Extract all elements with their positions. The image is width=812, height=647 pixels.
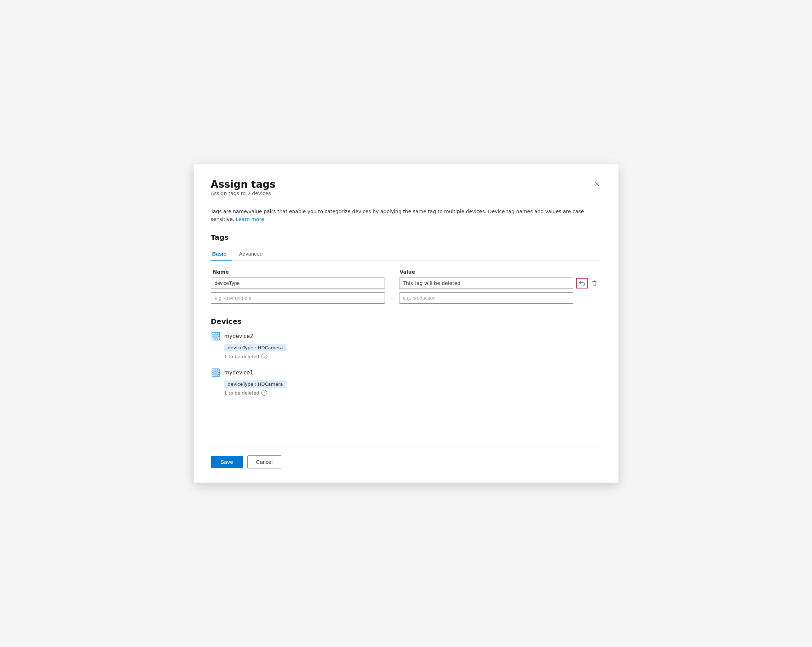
svg-rect-16	[213, 370, 218, 375]
colon-sep-2: :	[385, 295, 399, 301]
svg-rect-2	[213, 334, 218, 339]
device1-tag-badge: deviceType : HDCamera	[224, 344, 287, 352]
dialog-title: Assign tags	[211, 178, 276, 190]
row-1-actions	[573, 278, 601, 289]
device2-tag-badge: deviceType : HDCamera	[224, 381, 287, 388]
save-button[interactable]: Save	[211, 456, 243, 468]
device2-info-icon: i	[261, 390, 267, 396]
undo-icon	[579, 280, 585, 286]
devices-section-title: Devices	[211, 317, 601, 326]
delete-icon	[592, 280, 597, 286]
delete-button-1[interactable]	[589, 279, 599, 288]
device1-name-row: mydevice2	[211, 331, 601, 341]
name-column-header: Name	[212, 269, 385, 275]
tags-tabs: Basic Advanced	[211, 247, 601, 260]
dialog-subtitle: Assign tags to 2 devices	[211, 190, 276, 196]
colon-sep-1: :	[385, 280, 399, 286]
device2-name: mydevice1	[224, 370, 253, 376]
assign-tags-dialog: Assign tags Assign tags to 2 devices Tag…	[194, 164, 618, 483]
device1-name: mydevice2	[224, 333, 253, 339]
tab-basic[interactable]: Basic	[211, 247, 232, 260]
footer-divider	[211, 446, 601, 447]
device1-icon	[211, 331, 221, 341]
tags-section-title: Tags	[211, 233, 601, 242]
tags-section: Tags Basic Advanced Name Value : This ta…	[211, 233, 601, 307]
dialog-title-area: Assign tags Assign tags to 2 devices	[211, 178, 276, 205]
cancel-button[interactable]: Cancel	[247, 455, 282, 469]
columns-header: Name Value	[211, 269, 601, 275]
device-item-2: mydevice1 deviceType : HDCamera 1 to be …	[211, 368, 601, 396]
device2-name-row: mydevice1	[211, 368, 601, 378]
tag-row-2: :	[211, 292, 601, 304]
tag-name-input-2[interactable]	[211, 292, 385, 304]
undo-button-1[interactable]	[576, 278, 588, 289]
tag-value-input-2[interactable]	[399, 292, 573, 304]
tag-row-1: : This tag will be deleted	[211, 277, 601, 289]
dialog-header: Assign tags Assign tags to 2 devices	[211, 178, 601, 205]
close-button[interactable]	[593, 180, 601, 189]
learn-more-link[interactable]: Learn more	[236, 216, 264, 222]
value-column-header: Value	[399, 269, 572, 275]
dialog-footer: Save Cancel	[211, 455, 601, 469]
device2-delete-notice: 1 to be deleted i	[224, 390, 601, 396]
device1-delete-notice: 1 to be deleted i	[224, 353, 601, 359]
device2-icon	[211, 368, 221, 378]
device1-info-icon: i	[261, 353, 267, 359]
description-text: Tags are name/value pairs that enable yo…	[211, 207, 601, 224]
device-item-1: mydevice2 deviceType : HDCamera 1 to be …	[211, 331, 601, 359]
devices-section: Devices	[211, 317, 601, 404]
tag-name-input-1[interactable]	[211, 277, 385, 289]
close-icon	[594, 181, 600, 187]
tag-value-display-1: This tag will be deleted	[399, 277, 573, 289]
tab-advanced[interactable]: Advanced	[238, 247, 269, 260]
